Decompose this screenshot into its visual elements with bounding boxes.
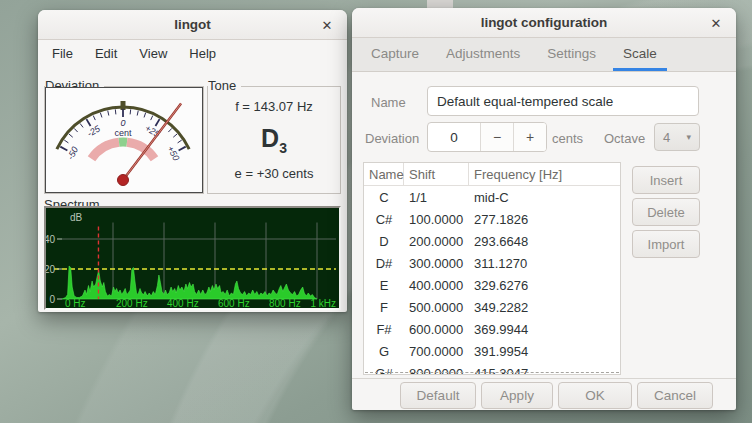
- minus-icon[interactable]: −: [480, 123, 513, 151]
- svg-text:0 Hz: 0 Hz: [65, 298, 86, 308]
- svg-text:0: 0: [120, 118, 125, 128]
- svg-text:800 Hz: 800 Hz: [269, 298, 301, 308]
- svg-text:200 Hz: 200 Hz: [116, 298, 148, 308]
- ok-button[interactable]: OK: [558, 382, 632, 409]
- table-row[interactable]: D#300.0000311.1270: [364, 252, 620, 274]
- svg-text:dB: dB: [70, 212, 83, 223]
- col-shift[interactable]: Shift: [404, 163, 469, 185]
- import-button[interactable]: Import: [632, 230, 700, 258]
- table-row[interactable]: G#800.0000415.3047: [364, 362, 620, 375]
- plus-icon[interactable]: +: [513, 123, 546, 151]
- svg-text:cent: cent: [114, 128, 132, 138]
- close-icon[interactable]: ✕: [706, 13, 726, 33]
- table-row[interactable]: C1/1mid-C: [364, 186, 620, 208]
- apply-button[interactable]: Apply: [481, 382, 553, 409]
- table-row[interactable]: D200.0000293.6648: [364, 230, 620, 252]
- menu-help[interactable]: Help: [183, 44, 222, 63]
- chevron-down-icon: ▾: [686, 132, 691, 142]
- tuner-menubar: File Edit View Help: [38, 40, 347, 66]
- row-focus-indicator: [365, 372, 619, 373]
- svg-text:0: 0: [49, 294, 55, 305]
- note-readout: D3: [261, 124, 287, 156]
- table-row[interactable]: E400.0000329.6276: [364, 274, 620, 296]
- scale-table[interactable]: Name Shift Frequency [Hz] C1/1mid-C C#10…: [363, 162, 621, 375]
- spectrum-chart: dB020400 Hz200 Hz400 Hz600 Hz800 Hz1 kHz: [44, 206, 341, 310]
- svg-text:1 kHz: 1 kHz: [310, 298, 336, 308]
- table-header: Name Shift Frequency [Hz]: [364, 163, 620, 186]
- scale-name-input[interactable]: Default equal-tempered scale: [427, 86, 699, 116]
- menu-view[interactable]: View: [133, 44, 173, 63]
- octave-label: Octave: [604, 131, 645, 146]
- config-window: lingot configuration ✕ Capture Adjustmen…: [352, 8, 736, 410]
- svg-text:20: 20: [46, 264, 55, 275]
- svg-text:600 Hz: 600 Hz: [218, 298, 250, 308]
- tab-settings[interactable]: Settings: [537, 38, 606, 71]
- tab-capture[interactable]: Capture: [361, 38, 429, 71]
- tone-frame: Tone f = 143.07 Hz D3 e = +30 cents: [207, 86, 341, 194]
- tab-scale[interactable]: Scale: [613, 38, 667, 71]
- table-row[interactable]: G700.0000391.9954: [364, 340, 620, 362]
- col-frequency[interactable]: Frequency [Hz]: [469, 163, 620, 185]
- svg-text:+50: +50: [165, 144, 181, 162]
- deviation-value[interactable]: 0: [428, 123, 480, 151]
- svg-text:400 Hz: 400 Hz: [167, 298, 199, 308]
- close-icon[interactable]: ✕: [317, 15, 337, 35]
- svg-text:-50: -50: [65, 145, 80, 161]
- cents-label: cents: [552, 131, 583, 146]
- tab-adjustments[interactable]: Adjustments: [436, 38, 530, 71]
- config-tabstrip: Capture Adjustments Settings Scale: [352, 38, 736, 72]
- frequency-readout: f = 143.07 Hz: [235, 99, 313, 114]
- delete-button[interactable]: Delete: [632, 198, 700, 226]
- menu-edit[interactable]: Edit: [89, 44, 123, 63]
- menu-file[interactable]: File: [46, 44, 79, 63]
- cancel-button[interactable]: Cancel: [637, 382, 713, 409]
- error-readout: e = +30 cents: [235, 166, 314, 181]
- config-window-title: lingot configuration: [481, 15, 608, 30]
- config-titlebar[interactable]: lingot configuration ✕: [352, 8, 736, 38]
- deviation-spinbox: 0 − +: [427, 122, 547, 152]
- spectrum-frame: Spectrum dB020400 Hz200 Hz400 Hz600 Hz80…: [44, 206, 341, 310]
- deviation-label: Deviation: [365, 131, 419, 146]
- col-name[interactable]: Name: [364, 163, 404, 185]
- deviation-frame: Deviation -50-250+25+50cent: [44, 86, 204, 194]
- table-row[interactable]: C#100.0000277.1826: [364, 208, 620, 230]
- name-label: Name: [371, 95, 406, 110]
- default-button[interactable]: Default: [400, 382, 476, 409]
- action-separator: [352, 378, 736, 379]
- octave-dropdown[interactable]: 4 ▾: [654, 123, 700, 151]
- tuner-window-title: lingot: [174, 17, 211, 32]
- tuner-titlebar[interactable]: lingot ✕: [38, 10, 347, 40]
- tuning-gauge: -50-250+25+50cent: [45, 87, 203, 193]
- table-row[interactable]: F#600.0000369.9944: [364, 318, 620, 340]
- svg-text:40: 40: [46, 234, 55, 245]
- insert-button[interactable]: Insert: [632, 166, 700, 194]
- tuner-window: lingot ✕ File Edit View Help Deviation -…: [38, 10, 347, 312]
- table-row[interactable]: F500.0000349.2282: [364, 296, 620, 318]
- svg-text:-25: -25: [85, 123, 102, 139]
